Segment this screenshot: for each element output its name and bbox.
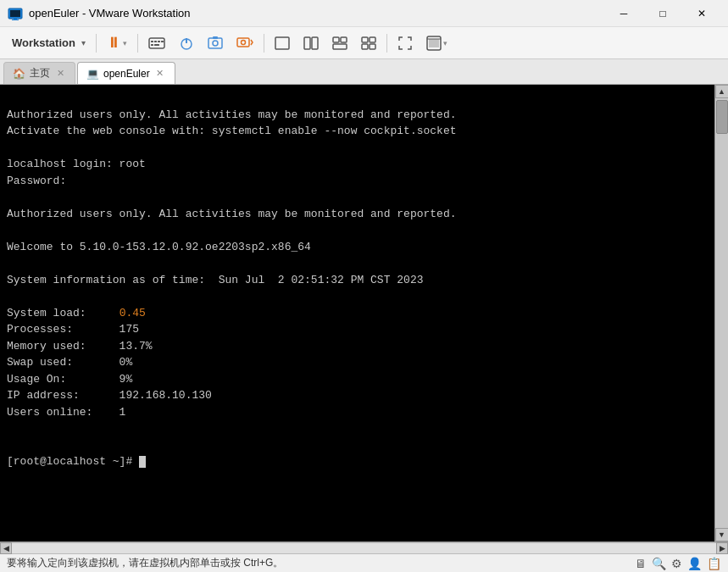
svg-rect-26 (362, 44, 368, 49)
sysload-label: System load: (7, 307, 119, 319)
titlebar: openEuler - VMware Workstation ─ □ ✕ (0, 0, 728, 27)
swap-line: Swap used: 0% (7, 356, 132, 369)
usage-line: Usage On: 9% (7, 373, 132, 386)
svg-rect-29 (429, 39, 439, 47)
toolbar-separator-4 (386, 34, 387, 53)
view-options-button[interactable]: ▾ (421, 31, 453, 55)
cursor (139, 456, 146, 468)
svg-rect-1 (10, 10, 20, 17)
vm-status-icon[interactable]: 🖥 (635, 557, 647, 570)
pause-icon: ⏸ (107, 35, 121, 52)
home-tab-label: 主页 (30, 66, 50, 81)
clipboard-icon[interactable]: 📋 (707, 557, 721, 570)
svg-rect-23 (333, 44, 347, 49)
terminal-line-2: Activate the web console with: systemctl… (7, 125, 457, 137)
fullscreen-button[interactable] (392, 31, 418, 55)
svg-rect-5 (151, 41, 153, 42)
settings-icon[interactable]: ⚙ (671, 557, 682, 570)
svg-rect-3 (12, 19, 19, 20)
svg-rect-10 (161, 41, 164, 42)
home-tab-icon: 🏠 (13, 68, 25, 80)
svg-rect-16 (237, 38, 249, 47)
home-tab-close[interactable]: ✕ (54, 68, 66, 80)
vm-scrollbar[interactable]: ▲ ▼ (714, 85, 728, 541)
svg-rect-4 (149, 38, 164, 48)
terminal-line-4: Password: (7, 175, 66, 187)
toolbar-separator-3 (264, 34, 264, 53)
svg-rect-25 (370, 37, 375, 42)
svg-rect-20 (312, 37, 318, 49)
svg-point-14 (213, 41, 218, 46)
svg-rect-6 (154, 41, 157, 42)
vm-area[interactable]: Authorized users only. All activities ma… (0, 85, 728, 541)
horizontal-scrollbar[interactable]: ◀ ▶ (0, 541, 728, 553)
send-ctrl-alt-del-button[interactable] (143, 31, 170, 55)
svg-rect-13 (208, 38, 222, 48)
split2-icon (303, 36, 319, 50)
terminal-line-6: Welcome to 5.10.0-153.12.0.92.oe2203sp2.… (7, 241, 311, 253)
view-options-dropdown: ▾ (443, 39, 447, 47)
status-hint-text: 要将输入定向到该虚拟机，请在虚拟机内部单击或按 Ctrl+G。 (7, 556, 635, 570)
keyboard-icon (148, 36, 165, 50)
power-icon (179, 36, 194, 51)
hscroll-right-arrow[interactable]: ▶ (716, 542, 728, 554)
scroll-up-arrow[interactable]: ▲ (715, 85, 729, 98)
minimize-button[interactable]: ─ (604, 0, 643, 27)
svg-point-17 (241, 40, 245, 44)
tab-home[interactable]: 🏠 主页 ✕ (3, 62, 75, 84)
svg-rect-19 (304, 37, 310, 49)
snapshot-icon (208, 36, 223, 51)
hscroll-track[interactable] (12, 542, 716, 554)
view-split1-button[interactable] (270, 31, 295, 55)
zoom-icon[interactable]: 🔍 (652, 557, 666, 570)
split4-icon (361, 36, 376, 50)
terminal-line-1: Authorized users only. All activities ma… (7, 108, 457, 121)
revert-snapshot-button[interactable] (231, 31, 258, 55)
openeuler-tab-icon: 💻 (86, 68, 99, 80)
window-controls: ─ □ ✕ (604, 0, 721, 27)
sysload-value: 0.45 (119, 307, 146, 319)
toolbar-separator-1 (96, 34, 97, 53)
svg-rect-15 (213, 36, 218, 39)
power-button[interactable] (174, 31, 199, 55)
revert-icon (236, 36, 253, 51)
view-split4-button[interactable] (356, 31, 381, 55)
workstation-dropdown-arrow: ▾ (81, 38, 86, 47)
svg-rect-18 (275, 37, 289, 49)
terminal-line-5: Authorized users only. All activities ma… (7, 208, 457, 220)
maximize-button[interactable]: □ (643, 0, 682, 27)
view-split3-button[interactable] (327, 31, 353, 55)
statusbar: 要将输入定向到该虚拟机，请在虚拟机内部单击或按 Ctrl+G。 🖥 🔍 ⚙ 👤 … (0, 553, 728, 572)
terminal[interactable]: Authorized users only. All activities ma… (0, 85, 714, 541)
svg-rect-8 (151, 44, 153, 46)
svg-rect-24 (362, 37, 368, 42)
terminal-line-3: localhost login: root (7, 158, 146, 170)
hscroll-left-arrow[interactable]: ◀ (0, 542, 12, 554)
fullscreen-icon (397, 36, 413, 51)
memory-line: Memory used: 13.7% (7, 340, 153, 353)
toolbar: Workstation ▾ ⏸ ▾ (0, 27, 728, 59)
snapshot-button[interactable] (203, 31, 228, 55)
window-title: openEuler - VMware Workstation (29, 7, 604, 19)
tabs-bar: 🏠 主页 ✕ 💻 openEuler ✕ (0, 59, 728, 85)
tab-openeuler[interactable]: 💻 openEuler ✕ (77, 62, 175, 84)
ip-line: IP address: 192.168.10.130 (7, 389, 212, 402)
workstation-label: Workstation (10, 36, 79, 49)
scroll-down-arrow[interactable]: ▼ (715, 528, 729, 541)
pause-dropdown-arrow: ▾ (123, 39, 127, 47)
svg-rect-9 (154, 44, 159, 46)
svg-rect-21 (333, 37, 339, 42)
svg-rect-7 (158, 41, 160, 42)
scroll-thumb[interactable] (716, 100, 728, 134)
openeuler-tab-close[interactable]: ✕ (154, 68, 166, 80)
pause-resume-button[interactable]: ⏸ ▾ (102, 31, 132, 55)
close-button[interactable]: ✕ (682, 0, 721, 27)
view-options-icon (426, 36, 442, 51)
user-icon[interactable]: 👤 (687, 557, 702, 570)
status-icons: 🖥 🔍 ⚙ 👤 📋 (635, 557, 721, 570)
toolbar-separator-2 (137, 34, 138, 53)
terminal-line-7: System information as of time: Sun Jul 2… (7, 274, 423, 286)
app-icon (7, 5, 24, 22)
workstation-menu-button[interactable]: Workstation ▾ (5, 31, 91, 55)
view-split2-button[interactable] (298, 31, 324, 55)
